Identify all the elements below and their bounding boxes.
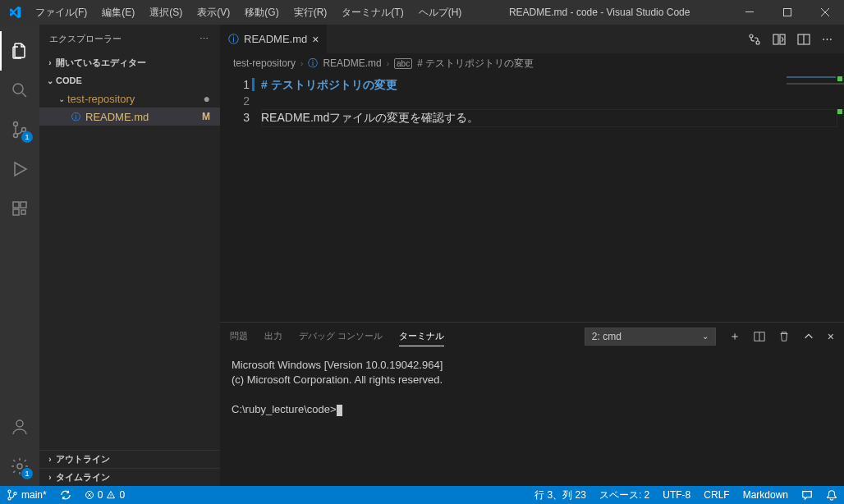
cursor-position-status[interactable]: 行 3、列 23 (528, 486, 593, 504)
close-button[interactable] (806, 0, 844, 25)
feedback-icon[interactable] (795, 486, 819, 504)
panel: 問題 出力 デバッグ コンソール ターミナル 2: cmd ⌄ ＋ × (220, 322, 844, 486)
close-panel-icon[interactable]: × (828, 330, 834, 343)
close-tab-icon[interactable]: × (312, 33, 319, 46)
git-branch-status[interactable]: main* (0, 486, 53, 504)
maximize-panel-icon[interactable] (803, 331, 814, 342)
chevron-right-icon: › (44, 455, 56, 464)
code-editor[interactable]: 1 2 3 # テストリポジトリの変更 README.mdファイルの変更を確認す… (220, 73, 844, 322)
debug-console-tab[interactable]: デバッグ コンソール (299, 327, 383, 346)
terminal-tab[interactable]: ターミナル (399, 327, 444, 346)
svg-rect-7 (21, 202, 26, 208)
terminal-selector-label: 2: cmd (592, 331, 622, 342)
breadcrumbs[interactable]: test-repository › ⓘ README.md › abc # テス… (220, 53, 844, 73)
code-line[interactable] (261, 93, 844, 109)
dirty-dot-icon: ● (204, 92, 210, 105)
kill-terminal-icon[interactable] (778, 331, 790, 342)
svg-rect-14 (773, 34, 778, 44)
problems-tab[interactable]: 問題 (230, 327, 248, 346)
breadcrumb-file[interactable]: README.md (323, 57, 381, 69)
symbol-text-icon: abc (394, 58, 412, 69)
more-actions-icon[interactable]: ⋯ (822, 33, 833, 45)
tab-label: README.md (244, 33, 307, 45)
chevron-right-icon: › (300, 59, 303, 68)
timeline-section[interactable]: › タイムライン (39, 468, 220, 486)
menu-selection[interactable]: 選択(S) (143, 2, 189, 23)
svg-rect-15 (780, 34, 785, 44)
scm-badge: 1 (21, 131, 33, 143)
output-tab[interactable]: 出力 (264, 327, 282, 346)
terminal-output[interactable]: Microsoft Windows [Version 10.0.19042.96… (220, 350, 844, 486)
outline-section[interactable]: › アウトライン (39, 450, 220, 468)
svg-point-11 (17, 464, 22, 469)
file-row[interactable]: ⓘ README.md M (39, 108, 220, 126)
line-number-gutter: 1 2 3 (220, 73, 261, 322)
chevron-right-icon: › (387, 59, 389, 68)
svg-point-22 (14, 493, 16, 495)
svg-point-13 (756, 41, 759, 44)
open-editors-section[interactable]: › 開いているエディター (39, 53, 220, 71)
activity-bar: 1 1 (0, 25, 39, 486)
menu-run[interactable]: 実行(R) (287, 2, 334, 23)
split-editor-icon[interactable] (797, 33, 810, 46)
folder-label: test-repository (67, 93, 135, 105)
compare-changes-icon[interactable] (748, 33, 761, 46)
svg-point-20 (8, 490, 11, 493)
problems-status[interactable]: 0 0 (78, 486, 131, 504)
info-file-icon: ⓘ (69, 110, 82, 123)
code-line[interactable]: README.mdファイルの変更を確認する。 (261, 109, 844, 126)
minimize-button[interactable] (731, 0, 768, 25)
chevron-down-icon: ⌄ (56, 94, 67, 103)
svg-rect-8 (13, 209, 19, 215)
chevron-down-icon: ⌄ (702, 332, 709, 341)
split-terminal-icon[interactable] (754, 331, 765, 342)
menu-edit[interactable]: 編集(E) (95, 2, 141, 23)
cursor-icon (337, 405, 342, 416)
menu-terminal[interactable]: ターミナル(T) (335, 2, 410, 23)
breadcrumb-folder[interactable]: test-repository (233, 57, 296, 69)
editor-tabs: ⓘ README.md × ⋯ (220, 25, 844, 53)
code-line[interactable]: # テストリポジトリの変更 (261, 76, 844, 93)
breadcrumb-symbol[interactable]: # テストリポジトリの変更 (417, 57, 534, 71)
notifications-icon[interactable] (819, 486, 844, 504)
encoding-status[interactable]: UTF-8 (656, 486, 697, 504)
source-control-tab[interactable]: 1 (0, 110, 39, 149)
overview-ruler[interactable] (834, 73, 844, 322)
open-preview-icon[interactable] (773, 33, 786, 46)
sidebar-title: エクスプローラー (49, 33, 122, 45)
accounts-button[interactable] (0, 407, 39, 447)
eol-status[interactable]: CRLF (697, 486, 736, 504)
sidebar-explorer: エクスプローラー ⋯ › 開いているエディター ⌄ CODE ⌄ test-re… (39, 25, 220, 486)
explorer-tab[interactable] (0, 31, 39, 71)
vscode-logo-icon (0, 6, 29, 19)
svg-rect-6 (13, 202, 19, 208)
info-file-icon: ⓘ (228, 32, 239, 47)
chevron-down-icon: ⌄ (44, 76, 56, 85)
menu-bar: ファイル(F) 編集(E) 選択(S) 表示(V) 移動(G) 実行(R) ター… (29, 2, 468, 23)
maximize-button[interactable] (768, 0, 806, 25)
status-bar: main* 0 0 行 3、列 23 スペース: 2 UTF-8 CRLF Ma… (0, 486, 844, 504)
search-tab[interactable] (0, 71, 39, 110)
workspace-section[interactable]: ⌄ CODE (39, 71, 220, 89)
indentation-status[interactable]: スペース: 2 (593, 486, 656, 504)
modified-badge: M (202, 111, 210, 122)
language-status[interactable]: Markdown (736, 486, 795, 504)
menu-help[interactable]: ヘルプ(H) (412, 2, 469, 23)
sync-status[interactable] (53, 486, 78, 504)
menu-file[interactable]: ファイル(F) (29, 2, 94, 23)
terminal-selector[interactable]: 2: cmd ⌄ (585, 328, 716, 346)
folder-row[interactable]: ⌄ test-repository ● (39, 89, 220, 108)
editor-tab[interactable]: ⓘ README.md × (220, 25, 328, 53)
file-label: README.md (85, 111, 149, 123)
menu-go[interactable]: 移動(G) (238, 2, 285, 23)
svg-point-12 (750, 34, 753, 38)
timeline-label: タイムライン (56, 471, 110, 483)
new-terminal-icon[interactable]: ＋ (729, 329, 741, 344)
run-debug-tab[interactable] (0, 149, 39, 189)
extensions-tab[interactable] (0, 189, 39, 228)
window-title: README.md - code - Visual Studio Code (468, 7, 731, 18)
terminal-prompt: C:\ruby_lecture\code> (232, 402, 833, 417)
menu-view[interactable]: 表示(V) (190, 2, 236, 23)
sidebar-more-icon[interactable]: ⋯ (200, 34, 210, 44)
settings-button[interactable]: 1 (0, 447, 39, 486)
